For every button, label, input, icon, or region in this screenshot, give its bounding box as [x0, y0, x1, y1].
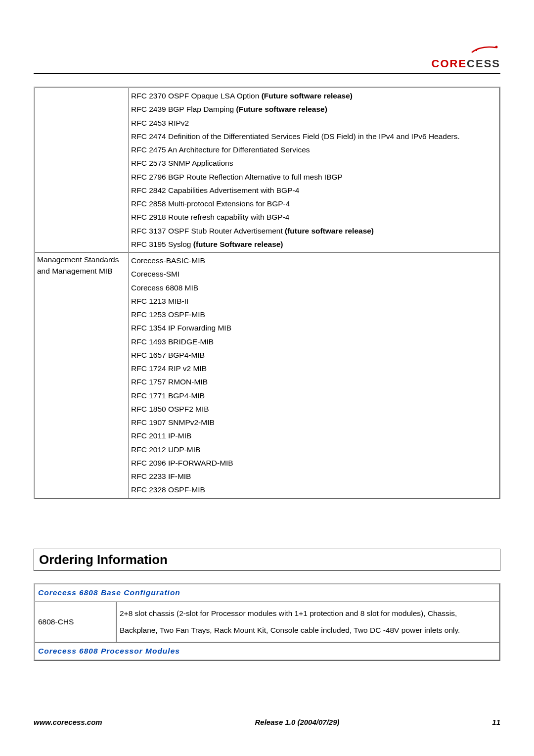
logo-suffix: CESS — [467, 57, 500, 70]
order-section-base: Corecess 6808 Base Configuration — [35, 584, 499, 602]
order-section-proc: Corecess 6808 Processor Modules — [35, 642, 499, 660]
ordering-heading: Ordering Information — [34, 549, 500, 571]
page-footer: www.corecess.com Release 1.0 (2004/07/29… — [34, 718, 500, 726]
svg-rect-2 — [476, 49, 477, 51]
logo-text: CORECESS — [432, 57, 500, 70]
order-code: 6808-CHS — [35, 602, 116, 642]
table-row: 6808-CHS 2+8 slot chassis (2-slot for Pr… — [35, 602, 499, 642]
spec-label: Management Standards and Management MIB — [35, 252, 129, 498]
logo-swoosh-icon — [471, 45, 500, 54]
ordering-table: Corecess 6808 Base Configuration 6808-CH… — [34, 583, 500, 661]
logo-prefix: CORE — [432, 57, 467, 70]
footer-page-number: 11 — [492, 718, 500, 726]
spec-label — [35, 88, 129, 252]
order-desc: 2+8 slot chassis (2-slot for Processor m… — [116, 602, 499, 642]
spec-value: RFC 2370 OSPF Opaque LSA Option (Future … — [129, 88, 499, 252]
footer-url: www.corecess.com — [34, 718, 102, 726]
spec-value: Corecess-BASIC-MIB Corecess-SMI Corecess… — [129, 252, 499, 498]
spec-table: RFC 2370 OSPF Opaque LSA Option (Future … — [34, 87, 500, 499]
brand-logo: CORECESS — [432, 45, 500, 70]
table-row: Corecess 6808 Base Configuration — [35, 584, 499, 602]
footer-release: Release 1.0 (2004/07/29) — [255, 718, 340, 726]
svg-point-0 — [495, 46, 498, 48]
table-row: Management Standards and Management MIB … — [35, 252, 499, 498]
main-content: RFC 2370 OSPF Opaque LSA Option (Future … — [34, 87, 500, 661]
table-row: Corecess 6808 Processor Modules — [35, 642, 499, 660]
header-rule — [34, 73, 500, 74]
table-row: RFC 2370 OSPF Opaque LSA Option (Future … — [35, 88, 499, 252]
svg-rect-1 — [473, 50, 474, 52]
